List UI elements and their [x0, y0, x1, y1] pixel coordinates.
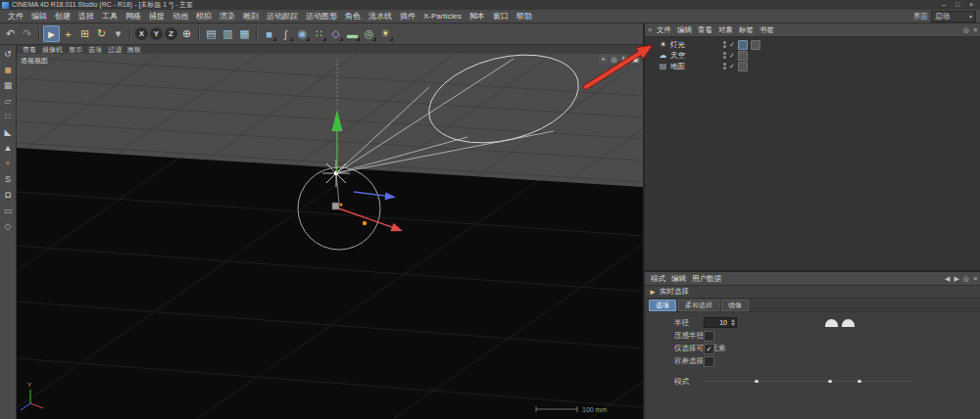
workplane-mode-icon[interactable]: ▱: [1, 94, 15, 108]
render-settings-icon[interactable]: ▦: [236, 25, 253, 42]
menu-item[interactable]: 插件: [396, 11, 419, 22]
redo-icon[interactable]: ↷: [19, 25, 35, 42]
menu-item[interactable]: 捕捉: [145, 11, 169, 22]
add-array-icon[interactable]: ∷: [311, 25, 327, 42]
add-spline-icon[interactable]: ∫: [277, 25, 294, 42]
menu-item[interactable]: 脚本: [466, 11, 489, 22]
only-visible-checkbox[interactable]: ✓: [704, 344, 714, 354]
menu-item[interactable]: 帮助: [513, 11, 536, 22]
menu-item[interactable]: 模拟: [192, 11, 216, 22]
visibility-dots[interactable]: [723, 52, 726, 59]
radius-input[interactable]: 10: [704, 317, 737, 328]
menu-item[interactable]: 雕刻: [239, 11, 263, 22]
quantize-icon[interactable]: ◇: [1, 219, 15, 233]
am-menu-item[interactable]: 模式: [648, 274, 668, 284]
maximize-button[interactable]: □: [951, 0, 964, 10]
object-tag-icon[interactable]: [738, 51, 748, 61]
last-used-tool-icon[interactable]: ▾: [110, 25, 126, 42]
filter-icon[interactable]: ≡: [973, 26, 977, 33]
x-axis-lock-icon[interactable]: X: [135, 27, 148, 40]
om-menu-item[interactable]: 标签: [736, 25, 757, 35]
axis-handle-cube[interactable]: [332, 203, 339, 210]
viewport-menu-item[interactable]: 摄像机: [39, 45, 66, 55]
nav-forward-icon[interactable]: ▶: [954, 275, 958, 283]
z-axis-arrow[interactable]: [354, 192, 396, 200]
spline-track[interactable]: [704, 381, 914, 382]
add-cube-icon[interactable]: ■: [261, 25, 277, 42]
object-row-floor[interactable]: ▤ 地面 ✓: [645, 61, 980, 71]
falloff-dome-icon[interactable]: [842, 319, 855, 327]
polygon-mode-icon[interactable]: ▲: [1, 141, 15, 155]
tab-item[interactable]: 镜像: [721, 300, 749, 311]
menu-item[interactable]: 窗口: [489, 11, 513, 22]
list-icon[interactable]: ≡: [973, 275, 977, 282]
viewport-menu-item[interactable]: 显示: [66, 45, 85, 55]
viewport-menu-item[interactable]: 面板: [124, 45, 144, 55]
add-camera-icon[interactable]: ◎: [361, 25, 377, 42]
search-icon[interactable]: ◎: [963, 26, 969, 34]
am-menu-item[interactable]: 用户数据: [689, 274, 724, 284]
minimize-button[interactable]: –: [937, 0, 951, 10]
viewport-menu-item[interactable]: 过滤: [105, 45, 124, 55]
om-menu-item[interactable]: 书签: [757, 25, 777, 35]
menu-item[interactable]: 渲染: [216, 11, 239, 22]
parameter-handle-dot[interactable]: [363, 221, 367, 225]
visibility-dots[interactable]: [723, 41, 726, 48]
tab-item[interactable]: 柔和选择: [678, 300, 719, 311]
pan-view-icon[interactable]: +: [599, 55, 608, 64]
object-tag-icon[interactable]: [738, 40, 748, 50]
om-menu-item[interactable]: 文件: [654, 25, 674, 35]
menu-item[interactable]: 工具: [98, 11, 122, 22]
menu-item[interactable]: 流水线: [365, 11, 396, 22]
menu-item[interactable]: 动画: [169, 11, 192, 22]
enabled-check-icon[interactable]: ✓: [729, 63, 735, 70]
object-row-sky[interactable]: ☁ 天空 ✓: [645, 50, 980, 61]
rotate-view-icon[interactable]: ↻: [620, 55, 629, 64]
menu-item[interactable]: 创建: [51, 11, 74, 22]
parameter-handle-dot[interactable]: [339, 203, 342, 206]
x-axis-arrow[interactable]: [339, 209, 403, 231]
interface-layout-select[interactable]: 启动 ▾: [931, 11, 976, 23]
tolerant-selection-checkbox[interactable]: [704, 356, 714, 367]
rotate-tool-icon[interactable]: ↻: [93, 25, 110, 42]
live-selection-tool-icon[interactable]: ►: [43, 25, 60, 42]
add-environment-icon[interactable]: ▬: [344, 25, 361, 42]
am-menu-item[interactable]: 编辑: [668, 274, 689, 284]
spline-point[interactable]: [858, 380, 861, 384]
om-menu-item[interactable]: 查看: [695, 25, 715, 35]
nav-back-icon[interactable]: ◀: [945, 275, 950, 283]
falloff-dome-icon[interactable]: [825, 319, 838, 327]
spinner-arrows[interactable]: [729, 318, 736, 327]
menu-item[interactable]: 编辑: [27, 11, 51, 22]
scale-tool-icon[interactable]: ⊞: [76, 25, 93, 42]
visibility-dots[interactable]: [723, 63, 726, 70]
om-menu-item[interactable]: 对象: [715, 25, 736, 35]
viewport-menu-item[interactable]: 选项: [85, 45, 105, 55]
menu-item[interactable]: 选择: [74, 11, 98, 22]
menu-item[interactable]: X-Particles: [419, 12, 466, 21]
menu-item[interactable]: 运动跟踪: [263, 11, 302, 22]
toggle-view-icon[interactable]: ▣: [631, 55, 640, 64]
model-mode-icon[interactable]: ◼: [1, 63, 15, 76]
menu-item[interactable]: 文件: [4, 11, 27, 22]
tab-item[interactable]: 选项: [649, 300, 676, 311]
add-subdivision-icon[interactable]: ◉: [294, 25, 311, 42]
make-editable-icon[interactable]: ↺: [1, 47, 15, 61]
point-mode-icon[interactable]: ∷: [1, 110, 15, 123]
spline-point[interactable]: [828, 380, 832, 384]
viewport-menu-item[interactable]: 查看: [20, 45, 39, 55]
z-axis-lock-icon[interactable]: Z: [165, 27, 177, 40]
undo-icon[interactable]: ↶: [2, 25, 19, 42]
menu-item[interactable]: 角色: [341, 11, 365, 22]
add-deformer-icon[interactable]: ◇: [327, 25, 344, 42]
zoom-view-icon[interactable]: ◎: [610, 55, 618, 64]
workplane-snap-icon[interactable]: ▭: [1, 204, 15, 217]
add-light-icon[interactable]: ☀: [377, 25, 394, 42]
y-axis-lock-icon[interactable]: Y: [150, 27, 163, 40]
menu-item[interactable]: 运动图形: [302, 11, 341, 22]
texture-mode-icon[interactable]: ▦: [1, 78, 15, 92]
pressure-radius-checkbox[interactable]: [704, 331, 714, 342]
panel-menu-icon[interactable]: ≡: [648, 26, 652, 33]
menu-item[interactable]: 网格: [122, 11, 145, 22]
spline-point[interactable]: [755, 380, 759, 384]
